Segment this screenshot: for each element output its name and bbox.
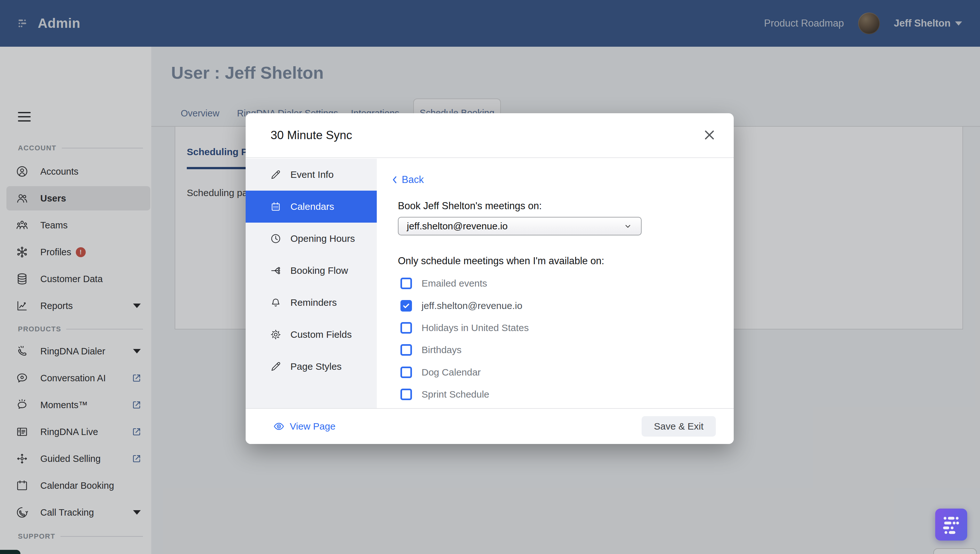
calendar-checkbox-holidays[interactable]: Holidays in United States xyxy=(401,322,529,334)
calendar-checkbox-jeff-shelton[interactable]: jeff.shelton@revenue.io xyxy=(401,300,522,312)
modal-title: 30 Minute Sync xyxy=(270,129,352,142)
modal-nav-label: Opening Hours xyxy=(290,233,355,244)
view-page-label: View Page xyxy=(290,421,336,432)
checkbox-label: Sprint Schedule xyxy=(422,389,489,400)
modal-footer: View Page Save & Exit xyxy=(246,408,734,444)
checkbox-label: jeff.shelton@revenue.io xyxy=(422,300,522,311)
chevron-left-icon xyxy=(390,174,401,185)
morse-pattern-icon xyxy=(941,514,962,535)
modal-nav-label: Booking Flow xyxy=(290,265,348,276)
book-meetings-label: Book Jeff Shelton's meetings on: xyxy=(398,200,542,212)
back-label: Back xyxy=(402,174,424,186)
checkbox-icon xyxy=(401,366,412,378)
modal-nav-reminders[interactable]: Reminders xyxy=(246,287,377,318)
flow-branch-icon xyxy=(270,265,282,276)
modal-nav-event-info[interactable]: Event Info xyxy=(246,159,377,191)
checkbox-label: Holidays in United States xyxy=(422,322,529,333)
calendar-checkbox-dog-calendar[interactable]: Dog Calendar xyxy=(401,366,481,378)
save-exit-label: Save & Exit xyxy=(654,421,703,432)
booking-calendar-select[interactable]: jeff.shelton@revenue.io xyxy=(398,217,642,236)
eye-icon xyxy=(273,420,285,432)
checkbox-icon xyxy=(401,278,412,289)
modal-nav: Event Info Calendars Opening Hours Booki… xyxy=(246,159,377,408)
modal-header: 30 Minute Sync xyxy=(246,113,734,158)
checkbox-label: Birthdays xyxy=(422,344,461,355)
calendar-grid-icon xyxy=(270,201,282,212)
calendar-checkbox-sprint-schedule[interactable]: Sprint Schedule xyxy=(401,388,489,400)
modal-nav-calendars[interactable]: Calendars xyxy=(246,191,377,223)
pencil-icon xyxy=(270,169,282,180)
modal-nav-label: Custom Fields xyxy=(290,329,352,340)
view-page-link[interactable]: View Page xyxy=(273,420,336,432)
checkbox-icon xyxy=(401,344,412,356)
close-icon[interactable] xyxy=(701,127,718,143)
checkbox-label: Emailed events xyxy=(422,278,487,289)
checkbox-icon xyxy=(401,300,412,312)
select-value: jeff.shelton@revenue.io xyxy=(407,221,508,232)
modal-nav-custom-fields[interactable]: Custom Fields xyxy=(246,318,377,350)
modal-nav-label: Page Styles xyxy=(290,361,342,372)
bell-icon xyxy=(270,297,282,308)
calendar-checkbox-birthdays[interactable]: Birthdays xyxy=(401,344,461,356)
checkbox-label: Dog Calendar xyxy=(422,367,481,378)
checkbox-icon xyxy=(401,322,412,334)
checkbox-icon xyxy=(401,388,412,400)
chat-widget-button[interactable] xyxy=(935,509,967,541)
back-link[interactable]: Back xyxy=(390,174,424,186)
modal-nav-label: Reminders xyxy=(290,297,337,308)
gear-icon xyxy=(270,329,282,340)
app-root: Admin Product Roadmap Jeff Shelton ACCOU… xyxy=(0,0,980,554)
modal-nav-label: Event Info xyxy=(290,169,334,180)
event-settings-modal: 30 Minute Sync Event Info Calendars Open… xyxy=(246,113,734,444)
calendar-checkbox-emailed-events[interactable]: Emailed events xyxy=(401,278,487,289)
availability-label: Only schedule meetings when I'm availabl… xyxy=(398,255,604,267)
clock-icon xyxy=(270,233,282,244)
modal-nav-label: Calendars xyxy=(290,201,334,212)
modal-content: Back Book Jeff Shelton's meetings on: je… xyxy=(377,159,734,408)
modal-nav-page-styles[interactable]: Page Styles xyxy=(246,350,377,382)
save-exit-button[interactable]: Save & Exit xyxy=(642,416,716,436)
modal-nav-opening-hours[interactable]: Opening Hours xyxy=(246,223,377,255)
brush-icon xyxy=(270,361,282,373)
modal-nav-booking-flow[interactable]: Booking Flow xyxy=(246,255,377,287)
chevron-down-icon xyxy=(623,221,633,231)
